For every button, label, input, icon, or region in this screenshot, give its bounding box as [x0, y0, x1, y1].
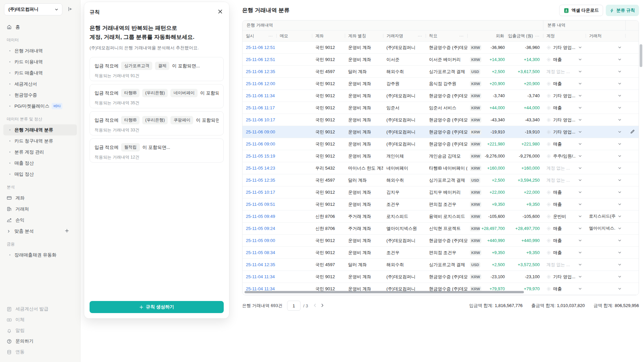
table-row[interactable]: 25-11-05 12:35국민 4597달러 계좌해외수취싱가포르고객 결제U… [243, 174, 639, 186]
vendor-dropdown[interactable] [586, 174, 625, 186]
sidebar-item[interactable]: 현금영수증 [3, 89, 77, 101]
sidebar-item[interactable]: 매출 정산 [3, 158, 77, 169]
column-header-9[interactable]: 거래처 [586, 31, 625, 41]
create-rule-button[interactable]: 규칙 생성하기 [90, 301, 224, 313]
column-menu-icon[interactable]: ⋯ [459, 34, 464, 39]
transaction-date-link[interactable]: 25-11-05 10:17 [246, 190, 275, 195]
account-class-dropdown[interactable]: 계정 없는 ... [543, 66, 586, 77]
transaction-date-link[interactable]: 25-11-05 09:24 [246, 226, 275, 231]
sidebar-item[interactable]: 계좌 [3, 192, 77, 203]
sidebar-item[interactable]: 분류 계정 관리 [3, 146, 77, 158]
vendor-dropdown[interactable] [586, 235, 625, 246]
sidebar-item[interactable]: 카드 매출내역 [3, 67, 77, 78]
table-row[interactable]: 25-11-05 09:51국민 9012운영비 계좌조건우편의점 조건우KRW… [243, 198, 639, 210]
transaction-date-link[interactable]: 25-11-06 09:00 [246, 129, 275, 134]
table-row[interactable]: 25-11-06 12:51국민 9012운영비 계좌(주)데모컴퍼니현금영수증… [243, 42, 639, 54]
sidebar-item[interactable]: 매입 정산 [3, 169, 77, 180]
table-row[interactable]: 25-11-05 10:17국민 9012운영비 계좌김지우김지우 베이커리KR… [243, 186, 639, 198]
table-row[interactable]: 25-11-05 09:49신한 8706주거래 계좌로지스피드용역비 로지스피… [243, 210, 639, 223]
table-row[interactable]: 25-11-06 12:35국민 4597달러 계좌해외수취싱가포르고객 결제U… [243, 66, 639, 78]
column-header-6[interactable]: 외화 [467, 31, 507, 41]
account-class-dropdown[interactable]: 매출 [543, 247, 586, 258]
account-class-dropdown[interactable]: 매출 [543, 223, 586, 234]
column-header-1[interactable]: 메모 [276, 31, 312, 41]
company-selector[interactable]: (주)데모컴퍼니 [4, 3, 62, 15]
vendor-dropdown[interactable] [586, 42, 625, 53]
vendor-dropdown[interactable] [586, 162, 625, 174]
sidebar-collapse-button[interactable] [66, 5, 74, 14]
add-custom-analysis-button[interactable] [64, 228, 73, 235]
transaction-date-link[interactable]: 25-11-05 14:23 [246, 166, 275, 171]
table-row[interactable]: 25-11-05 08:34국민 9012운영비 계좌조건우편의점 조건우KRW… [243, 247, 639, 259]
table-row[interactable]: 25-11-05 09:00국민 9012운영비 계좌(주)데모컴퍼니현금영수증… [243, 235, 639, 247]
account-class-dropdown[interactable]: 매출 [543, 138, 586, 150]
sidebar-item[interactable]: 맞춤 분석 [3, 226, 77, 237]
vendor-dropdown[interactable] [586, 198, 625, 210]
vendor-dropdown[interactable] [586, 66, 625, 77]
account-class-dropdown[interactable]: 기타 영업... [543, 271, 586, 283]
sidebar-item[interactable]: 카드 청구내역 분류 [3, 135, 77, 146]
account-class-dropdown[interactable]: 매출 [543, 283, 586, 295]
transaction-date-link[interactable]: 25-11-04 11:34 [246, 286, 275, 291]
column-header-4[interactable]: 거래자명⋯ [383, 31, 426, 41]
transaction-date-link[interactable]: 25-11-04 12:35 [246, 262, 275, 267]
vendor-dropdown[interactable] [586, 186, 625, 198]
table-row[interactable]: 25-11-05 15:19국민 9012운영비 계좌개인이체개인송금 김데모K… [243, 150, 639, 162]
column-menu-icon[interactable]: ⋯ [268, 34, 273, 39]
sidebar-item[interactable]: 이체 [3, 314, 77, 325]
account-class-dropdown[interactable]: 매출 [543, 102, 586, 114]
column-header-0[interactable]: 일시⋯ [243, 31, 276, 41]
transaction-date-link[interactable]: 25-11-06 09:00 [246, 141, 275, 146]
transaction-date-link[interactable]: 25-11-06 12:00 [246, 81, 275, 86]
sidebar-item[interactable]: 카드 이용내역 [3, 56, 77, 67]
sidebar-item[interactable]: 알림 [3, 325, 77, 336]
close-button[interactable] [217, 8, 224, 16]
transaction-date-link[interactable]: 25-11-05 09:49 [246, 214, 275, 219]
table-row[interactable]: 25-11-05 09:24신한 8706주거래 계좌엘아이지넥스원신익현 프로… [243, 223, 639, 235]
account-class-dropdown[interactable]: 기타 영업... [543, 90, 586, 102]
table-row[interactable]: 25-11-06 11:17국민 9012운영비 계좌임준서임준서 서비스KRW… [243, 102, 639, 114]
sidebar-item[interactable]: 연동 [3, 347, 77, 357]
transaction-date-link[interactable]: 25-11-06 12:35 [246, 69, 275, 74]
horizontal-scrollbar[interactable] [245, 291, 524, 293]
column-header-8[interactable]: 계정 [543, 31, 586, 41]
table-row[interactable]: 25-11-05 14:23우리 5432마이너스 한도 계좌네이버페이타행IB… [243, 162, 639, 174]
table-row[interactable]: 25-11-04 11:34국민 9012운영비 계좌(주)데모컴퍼니현금영수증… [243, 271, 639, 283]
sidebar-item[interactable]: 거래처 [3, 203, 77, 215]
transaction-date-link[interactable]: 25-11-05 09:00 [246, 238, 275, 243]
prev-page-button[interactable] [311, 302, 319, 309]
vendor-dropdown[interactable] [586, 247, 625, 258]
transaction-date-link[interactable]: 25-11-06 11:17 [246, 105, 275, 110]
table-row[interactable]: 25-11-06 11:34국민 9012운영비 계좌(주)데모컴퍼니현금영수증… [243, 90, 639, 102]
sidebar-item-home[interactable]: 홈 [3, 21, 77, 33]
transaction-date-link[interactable]: 25-11-06 12:51 [246, 57, 275, 62]
account-class-dropdown[interactable]: 매출 [543, 235, 586, 246]
excel-download-button[interactable]: 엑셀 다운로드 [559, 5, 603, 16]
vendor-dropdown[interactable] [586, 138, 625, 150]
next-page-button[interactable] [319, 302, 326, 309]
transaction-date-link[interactable]: 25-11-05 08:34 [246, 250, 275, 255]
sidebar-item[interactable]: 은행 거래내역 분류 [3, 124, 77, 135]
vendor-dropdown[interactable] [586, 271, 625, 283]
transaction-date-link[interactable]: 25-11-04 11:34 [246, 274, 275, 279]
column-header-3[interactable]: 계좌 별칭 [345, 31, 383, 41]
vendor-dropdown[interactable] [586, 54, 625, 65]
account-class-dropdown[interactable]: 주주/임원/... [543, 150, 586, 162]
vendor-dropdown[interactable] [586, 90, 625, 102]
sidebar-item[interactable]: 은행 거래내역 [3, 45, 77, 56]
sidebar-item[interactable]: 문의하기 [3, 336, 77, 347]
sidebar-item[interactable]: 세금계산서 [3, 78, 77, 89]
sidebar-item[interactable]: 장래매출채권 유동화 [3, 249, 77, 260]
account-class-dropdown[interactable]: 계정 없는 ... [543, 162, 586, 174]
account-class-dropdown[interactable]: 매출 [543, 78, 586, 89]
transaction-date-link[interactable]: 25-11-05 15:19 [246, 154, 275, 159]
vendor-dropdown[interactable] [586, 78, 625, 89]
rule-card[interactable]: 입금 적요에싱가포르고객결제이 포함되면...적용되는 거래내역 91건 [90, 57, 224, 81]
column-header-7[interactable]: 입출금액 (원)⋯ [507, 31, 543, 41]
vendor-dropdown[interactable]: 엘아이지넥스... [586, 223, 625, 234]
vendor-dropdown[interactable] [586, 150, 625, 162]
rule-card[interactable]: 입금 적요에타행IB(우리은행)쿠팡페이이 포함되면...적용되는 거래내역 3… [90, 111, 224, 135]
account-class-dropdown[interactable]: 계정 없는 ... [543, 259, 586, 270]
transaction-date-link[interactable]: 25-11-06 10:17 [246, 117, 275, 122]
page-input[interactable]: 1 [287, 301, 301, 311]
